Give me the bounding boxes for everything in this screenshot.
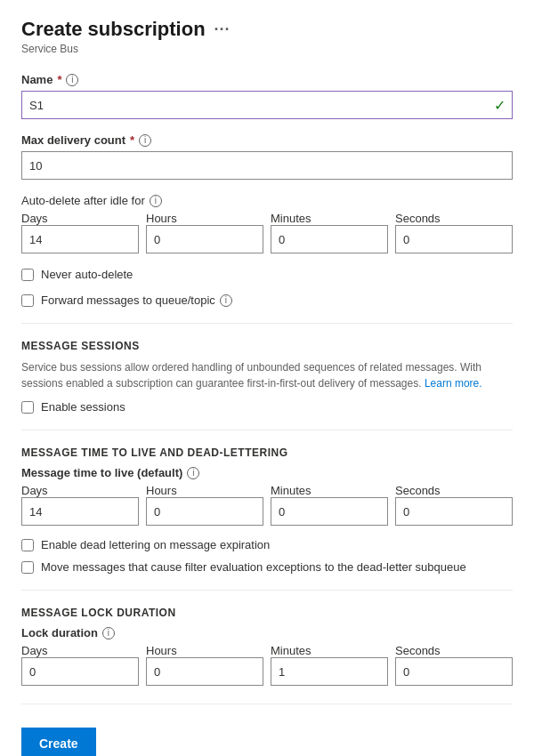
- enable-sessions-checkbox[interactable]: [21, 401, 34, 414]
- message-sessions-title: MESSAGE SESSIONS: [21, 340, 513, 352]
- divider-1: [21, 323, 513, 324]
- seconds-label: Seconds: [395, 212, 441, 225]
- ttl-seconds-col: Seconds: [395, 484, 513, 526]
- divider-2: [21, 430, 513, 430]
- auto-delete-minutes-col: Minutes: [271, 212, 388, 253]
- message-sessions-description: Service bus sessions allow ordered handl…: [21, 359, 513, 391]
- ttl-info-icon[interactable]: i: [187, 467, 199, 479]
- name-valid-icon: ✓: [494, 97, 506, 114]
- dead-letter-expiration-row: Enable dead lettering on message expirat…: [21, 538, 513, 551]
- ttl-days-input[interactable]: [21, 497, 139, 526]
- dead-letter-expiration-checkbox[interactable]: [21, 539, 34, 551]
- dead-letter-filter-row: Move messages that cause filter evaluati…: [21, 560, 513, 574]
- bottom-divider: [21, 704, 513, 704]
- forward-messages-checkbox[interactable]: [21, 294, 34, 307]
- lock-time-grid: Days Hours Minutes Seconds: [21, 644, 513, 686]
- create-button[interactable]: Create: [21, 728, 96, 756]
- ttl-label: Message time to live (default) i: [21, 466, 513, 479]
- auto-delete-hours-col: Hours: [146, 212, 263, 253]
- message-sessions-section: MESSAGE SESSIONS Service bus sessions al…: [21, 340, 513, 414]
- auto-delete-days-col: Days: [21, 212, 139, 253]
- ttl-minutes-col: Minutes: [271, 484, 388, 526]
- lock-label: Lock duration i: [21, 626, 513, 639]
- auto-delete-seconds-input[interactable]: [395, 225, 513, 253]
- days-label: Days: [21, 212, 48, 225]
- ttl-hours-input[interactable]: [146, 497, 263, 526]
- forward-messages-info-icon[interactable]: i: [220, 294, 232, 307]
- auto-delete-seconds-col: Seconds: [395, 212, 513, 253]
- forward-messages-label: Forward messages to queue/topic i: [41, 294, 232, 307]
- auto-delete-info-icon[interactable]: i: [150, 195, 162, 207]
- lock-hours-label: Hours: [146, 644, 177, 657]
- minutes-label: Minutes: [271, 212, 312, 225]
- dead-letter-filter-checkbox[interactable]: [21, 561, 34, 574]
- auto-delete-field-group: Auto-delete after idle for i Days Hours …: [21, 194, 513, 253]
- forward-messages-row: Forward messages to queue/topic i: [21, 294, 513, 307]
- lock-info-icon[interactable]: i: [102, 627, 115, 639]
- divider-3: [21, 590, 513, 591]
- ttl-minutes-input[interactable]: [271, 497, 388, 526]
- max-delivery-count-input[interactable]: [21, 151, 513, 180]
- auto-delete-label: Auto-delete after idle for i: [21, 194, 513, 207]
- enable-sessions-row: Enable sessions: [21, 400, 513, 414]
- required-star: *: [57, 73, 61, 86]
- ttl-time-grid: Days Hours Minutes Seconds: [21, 484, 513, 526]
- auto-delete-days-input[interactable]: [21, 225, 139, 253]
- lock-seconds-input[interactable]: [395, 657, 513, 686]
- max-delivery-count-field-group: Max delivery count * i: [21, 133, 513, 180]
- lock-minutes-label: Minutes: [271, 644, 312, 657]
- never-auto-delete-label: Never auto-delete: [41, 268, 133, 281]
- ttl-days-col: Days: [21, 484, 139, 526]
- name-input-wrapper: ✓: [21, 91, 513, 119]
- never-auto-delete-checkbox[interactable]: [21, 269, 34, 281]
- message-ttl-section: MESSAGE TIME TO LIVE AND DEAD-LETTERING …: [21, 446, 513, 574]
- dead-letter-expiration-label: Enable dead lettering on message expirat…: [41, 538, 270, 551]
- lock-hours-input[interactable]: [146, 657, 263, 686]
- lock-days-col: Days: [21, 644, 139, 686]
- dead-letter-filter-label: Move messages that cause filter evaluati…: [41, 560, 466, 574]
- hours-label: Hours: [146, 212, 177, 225]
- lock-minutes-input[interactable]: [271, 657, 388, 686]
- name-info-icon[interactable]: i: [66, 74, 78, 86]
- never-auto-delete-row: Never auto-delete: [21, 268, 513, 281]
- ttl-seconds-label: Seconds: [395, 484, 441, 497]
- page-title: Create subscription: [21, 18, 206, 41]
- auto-delete-hours-input[interactable]: [146, 225, 263, 253]
- ellipsis-icon[interactable]: ···: [214, 20, 231, 39]
- ttl-hours-col: Hours: [146, 484, 263, 526]
- message-lock-section: MESSAGE LOCK DURATION Lock duration i Da…: [21, 607, 513, 686]
- lock-seconds-label: Seconds: [395, 644, 441, 657]
- ttl-hours-label: Hours: [146, 484, 177, 497]
- max-delivery-count-label: Max delivery count * i: [21, 133, 513, 147]
- ttl-seconds-input[interactable]: [395, 497, 513, 526]
- message-ttl-title: MESSAGE TIME TO LIVE AND DEAD-LETTERING: [21, 446, 513, 459]
- ttl-minutes-label: Minutes: [271, 484, 312, 497]
- lock-minutes-col: Minutes: [271, 644, 388, 686]
- message-lock-title: MESSAGE LOCK DURATION: [21, 607, 513, 619]
- learn-more-link[interactable]: Learn more.: [425, 377, 482, 390]
- lock-seconds-col: Seconds: [395, 644, 513, 686]
- auto-delete-time-grid: Days Hours Minutes Seconds: [21, 212, 513, 253]
- max-delivery-info-icon[interactable]: i: [139, 134, 151, 147]
- auto-delete-minutes-input[interactable]: [271, 225, 388, 253]
- ttl-days-label: Days: [21, 484, 48, 497]
- page-subtitle: Service Bus: [21, 43, 513, 55]
- enable-sessions-label: Enable sessions: [41, 400, 125, 414]
- lock-days-input[interactable]: [21, 657, 139, 686]
- name-label: Name * i: [21, 73, 513, 86]
- lock-days-label: Days: [21, 644, 48, 657]
- required-star-2: *: [130, 133, 134, 147]
- name-field-group: Name * i ✓: [21, 73, 513, 119]
- lock-hours-col: Hours: [146, 644, 263, 686]
- name-input[interactable]: [21, 91, 513, 119]
